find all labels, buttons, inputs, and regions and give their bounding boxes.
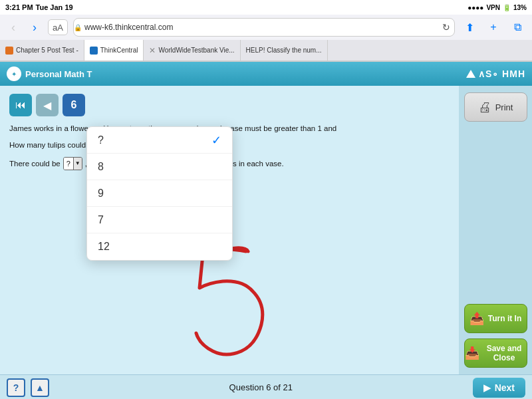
- chip-arrow-1[interactable]: ▼: [74, 158, 82, 170]
- hmh-triangle-icon: [466, 70, 475, 78]
- flag-icon: ▲: [35, 382, 45, 393]
- print-label: Print: [495, 102, 513, 112]
- tab-chapter5[interactable]: Chapter 5 Post Test -: [0, 40, 84, 61]
- tab-help[interactable]: HELP! Classify the num...: [241, 40, 328, 61]
- signal-icon: ●●●●: [467, 4, 483, 11]
- dropdown-item-label-8: 8: [98, 161, 104, 173]
- turn-in-icon: 📤: [469, 311, 484, 326]
- dropdown-item-question[interactable]: ? ✓: [87, 127, 232, 154]
- battery-level: 13%: [513, 4, 527, 11]
- dropdown-item-8[interactable]: 8: [87, 154, 232, 180]
- url-text: www-k6.thinkcentral.com: [84, 23, 173, 32]
- save-close-label: Save and Close: [482, 344, 527, 362]
- time-display: 3:21 PM: [5, 3, 33, 11]
- tab-bar: Chapter 5 Post Test - ThinkCentral ✕ Wor…: [0, 40, 532, 61]
- question-number-badge: 6: [63, 94, 85, 116]
- app-logo-icon: ✦: [7, 66, 21, 81]
- bottom-bar: ? ▲ Question 6 of 21 ▶ Next: [0, 374, 532, 399]
- next-button[interactable]: ▶ Next: [473, 378, 525, 398]
- chip-value-1: ?: [64, 158, 74, 170]
- print-button[interactable]: 🖨 Print: [464, 92, 527, 122]
- turn-in-label: Turn it In: [488, 314, 521, 323]
- tab-label-help: HELP! Classify the num...: [246, 47, 322, 54]
- hmh-logo: ∧S∘ HMH: [466, 68, 525, 79]
- browser-chrome: ‹ › aA 🔒 www-k6.thinkcentral.com ↻ ⬆ + ⧉…: [0, 15, 532, 62]
- dropdown-item-label-12: 12: [98, 241, 110, 253]
- next-label: Next: [495, 382, 515, 393]
- app-title: Personal Math T: [25, 69, 92, 79]
- answer-chip-1[interactable]: ? ▼: [63, 157, 82, 170]
- tab-favicon-thinkcentral: [90, 47, 98, 55]
- reload-button[interactable]: ↻: [438, 22, 454, 33]
- tab-label-thinkcentral: ThinkCentral: [100, 47, 138, 54]
- tab-worldwidetestbank[interactable]: ✕ WorldWideTestbank Vie...: [144, 40, 240, 61]
- tab-label-chapter5: Chapter 5 Post Test -: [16, 47, 78, 54]
- battery-icon: 🔋: [503, 4, 511, 11]
- dropdown-item-label-9: 9: [98, 188, 104, 200]
- main-area: ⏮ ◀ 6 James works in a flowe ng. He must…: [0, 86, 532, 374]
- tab-favicon-chapter5: [5, 47, 13, 55]
- toolbar-row: ⏮ ◀ 6: [9, 94, 450, 116]
- printer-icon: 🖨: [478, 100, 491, 115]
- turn-in-button[interactable]: 📤 Turn it In: [464, 304, 527, 333]
- dropdown-menu[interactable]: ? ✓ 8 9 7 12: [86, 126, 233, 261]
- url-bar[interactable]: 🔒 www-k6.thinkcentral.com ↻: [73, 18, 455, 37]
- tabs-button[interactable]: ⧉: [508, 19, 527, 35]
- vpn-badge: VPN: [486, 4, 500, 11]
- skip-back-button[interactable]: ⏮: [9, 94, 32, 116]
- back-button[interactable]: ‹: [5, 19, 21, 35]
- dropdown-item-12[interactable]: 12: [87, 233, 232, 260]
- right-sidebar: 🖨 Print 📤 Turn it In 📥 Save and Close: [459, 86, 532, 374]
- forward-button[interactable]: ›: [27, 19, 43, 35]
- next-arrow-icon: ▶: [483, 382, 491, 393]
- tab-label-worldwidetestbank: WorldWideTestbank Vie...: [158, 47, 234, 54]
- dropdown-item-9[interactable]: 9: [87, 180, 232, 207]
- flag-button[interactable]: ▲: [31, 378, 49, 397]
- reader-view-button[interactable]: aA: [48, 19, 68, 35]
- hmh-text: ∧S∘ HMH: [478, 68, 525, 79]
- tab-close-worldwidetestbank[interactable]: ✕: [149, 46, 156, 55]
- answer-label: There could be: [9, 160, 61, 168]
- share-button[interactable]: ⬆: [460, 19, 479, 35]
- help-button[interactable]: ?: [7, 378, 25, 397]
- save-close-button[interactable]: 📥 Save and Close: [464, 338, 527, 368]
- tab-thinkcentral[interactable]: ThinkCentral: [84, 40, 144, 61]
- question-progress: Question 6 of 21: [55, 382, 467, 392]
- dropdown-item-7[interactable]: 7: [87, 207, 232, 233]
- question-sub-body: How many tulips could: [9, 141, 86, 149]
- nav-bar: ‹ › aA 🔒 www-k6.thinkcentral.com ↻ ⬆ + ⧉: [0, 15, 532, 40]
- status-bar: 3:21 PM Tue Jan 19 ●●●● VPN 🔋 13%: [0, 0, 532, 15]
- help-icon: ?: [13, 382, 19, 393]
- app-header: ✦ Personal Math T ∧S∘ HMH: [0, 62, 532, 86]
- date-display: Tue Jan 19: [36, 3, 73, 11]
- app-logo-area: ✦ Personal Math T: [7, 66, 92, 81]
- save-close-icon: 📥: [465, 346, 479, 360]
- dropdown-item-label-7: 7: [98, 214, 104, 226]
- dropdown-item-label-question: ?: [98, 134, 104, 146]
- new-tab-button[interactable]: +: [484, 19, 503, 35]
- check-mark-icon: ✓: [211, 133, 221, 148]
- prev-question-button[interactable]: ◀: [36, 94, 59, 116]
- lock-icon: 🔒: [74, 24, 82, 31]
